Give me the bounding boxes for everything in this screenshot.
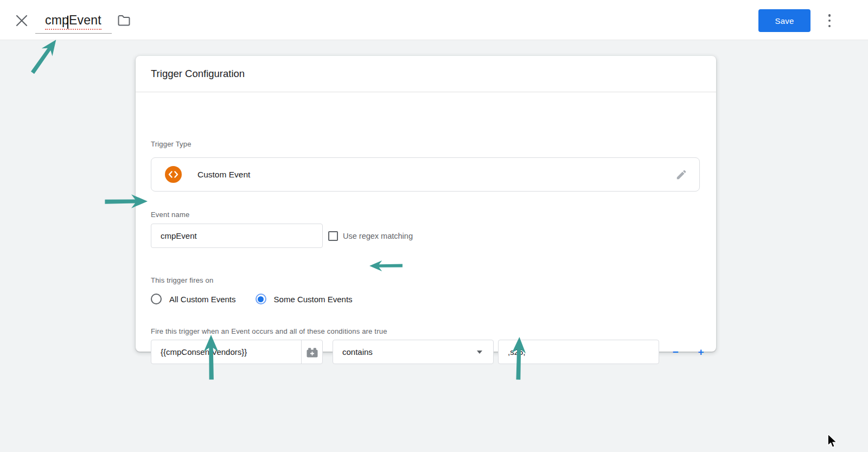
conditions-label: Fire this trigger when an Event occurs a…	[151, 327, 387, 335]
event-name-input[interactable]: cmpEvent	[151, 224, 323, 248]
condition-variable-value: {{cmpConsentVendors}}	[151, 340, 301, 364]
condition-value-input[interactable]: ,s26,	[498, 340, 659, 364]
more-options-icon[interactable]	[826, 14, 833, 27]
radio-label: Some Custom Events	[274, 295, 353, 304]
event-name-label: Event name	[151, 211, 189, 219]
radio-label: All Custom Events	[169, 295, 236, 304]
remove-condition-button[interactable]: −	[667, 344, 684, 360]
folder-icon[interactable]	[117, 15, 131, 27]
trigger-type-value: Custom Event	[197, 170, 250, 180]
fires-on-label: This trigger fires on	[151, 276, 213, 284]
trigger-configuration-card: Trigger Configuration Trigger Type Custo…	[136, 56, 716, 352]
custom-event-icon	[165, 166, 182, 183]
caret-down-icon	[477, 351, 482, 354]
text-caret	[67, 16, 68, 29]
annotation-arrow-title	[24, 34, 63, 78]
close-icon[interactable]	[15, 14, 29, 28]
regex-checkbox[interactable]	[328, 231, 338, 241]
condition-row: {{cmpConsentVendors}} contains ,s26, − +	[151, 340, 709, 364]
mouse-cursor-icon	[827, 434, 838, 450]
save-button[interactable]: Save	[758, 9, 810, 32]
condition-operator-value: contains	[342, 347, 373, 356]
add-condition-button[interactable]: +	[693, 344, 709, 360]
condition-operator-select[interactable]: contains	[333, 340, 494, 364]
trigger-type-label: Trigger Type	[151, 140, 192, 148]
title-underline	[35, 33, 112, 34]
trigger-type-selector[interactable]: Custom Event	[151, 157, 700, 192]
fires-on-options: All Custom Events Some Custom Events	[151, 294, 353, 304]
regex-checkbox-label: Use regex matching	[343, 232, 413, 240]
radio-all-custom-events[interactable]: All Custom Events	[151, 294, 236, 304]
radio-some-custom-events[interactable]: Some Custom Events	[256, 294, 353, 304]
top-bar: cmpEvent Save	[0, 0, 868, 40]
radio-unselected-icon	[151, 294, 162, 304]
edit-icon[interactable]	[675, 169, 687, 181]
card-title: Trigger Configuration	[136, 56, 716, 92]
variable-picker-icon[interactable]	[301, 340, 322, 364]
trigger-name-input[interactable]: cmpEvent	[45, 13, 101, 30]
condition-variable-field[interactable]: {{cmpConsentVendors}}	[151, 340, 323, 364]
radio-selected-icon	[256, 294, 266, 304]
